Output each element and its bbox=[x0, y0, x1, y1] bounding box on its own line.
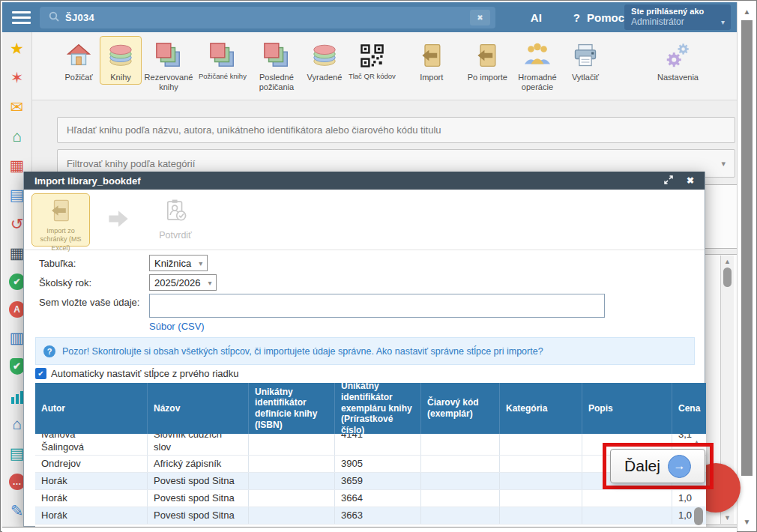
confirm-label: Potvrdiť bbox=[159, 230, 192, 241]
table-cell bbox=[582, 507, 672, 524]
qr-icon bbox=[360, 39, 384, 72]
table-cell: 3905 bbox=[335, 456, 421, 472]
table-scroll-up-icon[interactable]: ▲ bbox=[693, 438, 700, 446]
ribbon-button-pozicane-knihy[interactable]: Požičané knihy bbox=[196, 36, 250, 83]
question-mark-icon: ? bbox=[573, 11, 580, 24]
column-header-1[interactable]: Názov bbox=[148, 383, 249, 434]
scroll-down-icon[interactable]: ▼ bbox=[738, 518, 756, 526]
ribbon-button-label: Nastavenia bbox=[657, 73, 699, 82]
ribbon-button-posledne-pozicania[interactable]: Posledné požičania bbox=[250, 36, 304, 94]
scroll-up-icon[interactable]: ▲ bbox=[738, 7, 756, 16]
envelope-icon[interactable]: ✉ bbox=[8, 97, 26, 115]
confirm-button[interactable]: Potvrdiť bbox=[148, 198, 202, 241]
ribbon-button-label: Tlač QR kódov bbox=[349, 73, 396, 81]
scroll-down-icon[interactable]: ▼ bbox=[721, 514, 734, 522]
people-icon bbox=[523, 39, 552, 72]
table-cell: 1,0 bbox=[672, 490, 706, 507]
table-cell bbox=[249, 456, 335, 472]
page-scrollbar-thumb[interactable] bbox=[741, 20, 753, 476]
ribbon-button-label: Požičať bbox=[64, 73, 92, 82]
column-header-7[interactable]: Cena bbox=[672, 383, 706, 434]
page-scrollbar[interactable]: ▲ ▼ bbox=[737, 2, 756, 531]
ribbon-button-po-importe[interactable]: Po importe bbox=[465, 36, 510, 85]
table-cell bbox=[249, 507, 335, 524]
table-row-0[interactable]: Ivanová ŠalingováSlovník cudzích slov414… bbox=[35, 434, 706, 456]
ai-button[interactable]: AI bbox=[531, 11, 542, 24]
table-cell bbox=[249, 490, 335, 507]
scrollbar-thumb[interactable] bbox=[723, 267, 732, 287]
door-icon bbox=[474, 39, 501, 72]
table-select[interactable]: Knižnica ▾ bbox=[149, 255, 208, 271]
app-window: ŠJ034 ✖ AI ? Pomoc Ste prihlásený ako Ad… bbox=[0, 0, 757, 532]
table-cell: Povesti spod Sitna bbox=[148, 490, 249, 507]
ribbon-button-pozicat[interactable]: Požičať bbox=[58, 36, 100, 85]
column-header-2[interactable]: Unikátny identifikátor definície knihy (… bbox=[249, 383, 335, 434]
ribbon-button-hromadne-operacie[interactable]: Hromadné operácie bbox=[510, 36, 564, 94]
import-table-body: Ivanová ŠalingováSlovník cudzích slov414… bbox=[35, 434, 706, 527]
menu-bar bbox=[12, 11, 31, 13]
maximize-icon[interactable] bbox=[664, 175, 673, 186]
column-header-3[interactable]: Unikátny identifikátor exempláru knihy (… bbox=[335, 383, 421, 434]
star-icon[interactable]: ★ bbox=[8, 39, 26, 57]
door-icon bbox=[418, 39, 445, 72]
table-cell: Ondrejov bbox=[35, 456, 148, 472]
ribbon-button-label: Rezervované knihy bbox=[145, 73, 193, 91]
warning-text: Pozor! Skontrolujte si obsah všetkých st… bbox=[62, 346, 374, 357]
user-menu[interactable]: Ste prihlásený ako Administrátor ▾ bbox=[624, 4, 731, 30]
table-row-2[interactable]: HorákPovesti spod Sitna3659 bbox=[35, 473, 706, 490]
ribbon-button-nastavenia[interactable]: Nastavenia bbox=[654, 36, 702, 85]
close-icon[interactable]: ✖ bbox=[687, 176, 694, 185]
ribbon-button-import[interactable]: Import bbox=[411, 36, 453, 85]
book-search-input[interactable]: Hľadať knihu podľa názvu, autora, unikát… bbox=[57, 117, 735, 143]
ribbon-button-vyradene[interactable]: Vyradené bbox=[304, 36, 346, 85]
school-year-select[interactable]: 2025/2026 ▾ bbox=[149, 274, 217, 291]
school-year-value: 2025/2026 bbox=[154, 277, 200, 288]
magic-wand-icon[interactable]: ✶ bbox=[8, 68, 26, 86]
table-cell: Africký zápisník bbox=[148, 456, 249, 472]
ribbon-toolbar: PožičaťKnihyRezervované knihyPožičané kn… bbox=[32, 32, 737, 100]
dialog-titlebar: Import library_bookdef ✖ bbox=[24, 172, 705, 190]
stack-icon bbox=[262, 39, 291, 72]
ribbon-button-knihy[interactable]: Knihy bbox=[100, 36, 142, 85]
table-row-4[interactable]: HorákPovesti spod Sitna36631,0 bbox=[35, 507, 706, 525]
menu-icon[interactable] bbox=[12, 11, 31, 24]
next-button[interactable]: Ďalej → bbox=[610, 449, 705, 483]
help-label: Pomoc bbox=[587, 11, 624, 24]
scroll-up-icon[interactable]: ▲ bbox=[721, 258, 734, 265]
ribbon-button-tlac-qr-kodov[interactable]: Tlač QR kódov bbox=[346, 36, 399, 83]
home-icon[interactable]: ⌂ bbox=[8, 127, 26, 145]
table-row-1[interactable]: OndrejovAfrický zápisník3905 bbox=[35, 456, 706, 473]
user-name: Administrátor bbox=[631, 16, 724, 27]
paste-data-label: Sem vložte vaše údaje: bbox=[39, 297, 139, 308]
ribbon-button-label: Import bbox=[420, 73, 443, 82]
import-from-clipboard-button[interactable]: Import zo schránky (MS Excel) bbox=[31, 193, 90, 247]
shield-check-icon[interactable]: ✔ bbox=[10, 358, 25, 375]
autoset-columns-label[interactable]: Automaticky nastaviť stĺpce z prvého ria… bbox=[51, 368, 239, 379]
table-cell: Horák bbox=[35, 507, 148, 524]
ribbon-button-rezervovane-knihy[interactable]: Rezervované knihy bbox=[142, 36, 196, 94]
topbar: ŠJ034 ✖ AI ? Pomoc Ste prihlásený ako Ad… bbox=[2, 2, 737, 32]
column-header-5[interactable]: Kategória bbox=[500, 383, 582, 434]
import-table-header: AutorNázovUnikátny identifikátor definíc… bbox=[35, 383, 706, 434]
csv-file-link[interactable]: Súbor (CSV) bbox=[149, 321, 205, 332]
layers-icon bbox=[310, 39, 339, 72]
checkbox-checked-icon[interactable]: ✔ bbox=[35, 368, 46, 379]
search-clear-button[interactable]: ✖ bbox=[470, 10, 490, 25]
table-cell: Slovník cudzích slov bbox=[148, 434, 249, 455]
table-row-3[interactable]: HorákPovesti spod Sitna36641,0 bbox=[35, 490, 706, 507]
warning-help-link[interactable]: Ako nastaviť správne stĺpce pri importe? bbox=[376, 346, 543, 357]
global-search-input[interactable]: ŠJ034 ✖ bbox=[40, 7, 495, 28]
house-icon bbox=[64, 39, 93, 72]
column-header-4[interactable]: Čiarový kód (exemplár) bbox=[421, 383, 500, 434]
arrow-right-icon: → bbox=[668, 455, 691, 478]
column-header-0[interactable]: Autor bbox=[35, 383, 148, 434]
bar bbox=[11, 397, 14, 404]
column-header-6[interactable]: Popis bbox=[582, 383, 672, 434]
table-cell bbox=[500, 490, 582, 507]
table-cell: Horák bbox=[35, 473, 148, 489]
paste-data-textarea[interactable] bbox=[149, 294, 605, 318]
table-cell bbox=[249, 473, 335, 489]
ribbon-button-vytlacit[interactable]: Vytlačiť bbox=[564, 36, 606, 85]
table-scrollbar-thumb[interactable] bbox=[694, 507, 703, 525]
help-button[interactable]: ? Pomoc bbox=[573, 11, 624, 24]
